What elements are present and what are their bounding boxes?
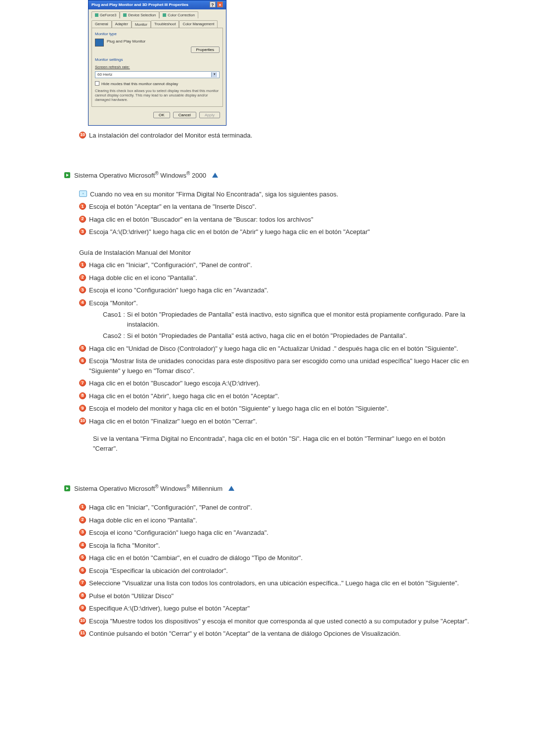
step-text: Continúe pulsando el botón "Cerrar" y el… (89, 629, 470, 639)
dialog-panel: Monitor type Plug and Play Monitor Prope… (91, 28, 223, 107)
os-2000-content: ◦ Cuando no vea en su monitor "Firma Dig… (79, 189, 470, 454)
step-number-badge: 11 (79, 630, 86, 637)
tab-troubleshoot[interactable]: Troubleshoot (151, 20, 179, 27)
step-row: 5Haga clic en "Unidad de Disco (Controla… (79, 344, 470, 354)
step-row: 1Escoja el botón "Aceptar" en la ventana… (79, 202, 470, 212)
step-number-badge: 3 (79, 228, 86, 235)
collapse-triangle-icon[interactable] (228, 486, 234, 491)
monitor-icon (95, 39, 104, 47)
play-bullet-icon (64, 172, 70, 178)
tab-color-correction[interactable]: Color Correction (159, 11, 198, 18)
step-text: Haga clic en "Iniciar", "Configuración",… (89, 503, 470, 513)
caso2-label: Caso2 : (103, 331, 125, 341)
monitor-settings-group-label: Monitor settings (95, 57, 220, 63)
tab-device-selection[interactable]: Device Selection (120, 11, 159, 18)
play-bullet-icon (64, 485, 70, 491)
os-me-content: 1Haga clic en "Iniciar", "Configuración"… (79, 503, 470, 639)
caso1-label: Caso1 : (103, 310, 125, 329)
step-number-badge: 1 (79, 504, 86, 511)
step-text: Escoja el icono "Configuración" luego ha… (89, 528, 470, 538)
ok-button[interactable]: OK (153, 112, 170, 118)
step-row: 3Escoja el icono "Configuración" luego h… (79, 528, 470, 538)
os-windows-me-section: Sistema Operativo Microsoft® Windows® Mi… (64, 483, 470, 638)
step-number-badge: 5 (79, 345, 86, 352)
step-number-badge: 8 (79, 592, 86, 599)
step-text: Escoja "Mostrar lista de unidades conoci… (89, 356, 470, 376)
step-text: Escoja "Muestre todos los dispositivos" … (89, 616, 470, 626)
hide-modes-description: Clearing this check box allows you to se… (95, 89, 220, 102)
step-row: 3Escoja "A:\(D:\driver)" luego haga clic… (79, 227, 470, 237)
step-text: Escoja "Monitor". (89, 298, 470, 308)
os-2000-header: Sistema Operativo Microsoft® Windows® 20… (64, 170, 470, 181)
step-number-badge: 4 (79, 542, 86, 549)
os2000-followup: Si ve la ventana "Firma Digital no Encon… (93, 434, 470, 453)
monitor-type-group-label: Monitor type (95, 31, 220, 37)
step-row: 2Haga clic en el botón "Buscador" en la … (79, 215, 470, 225)
note-icon: ◦ (79, 190, 87, 197)
step-text: Escoja "A:\(D:\driver)" luego haga clic … (89, 227, 470, 237)
step-number-badge: 10 (79, 418, 86, 425)
step-row: 2Haga doble clic en el icono "Pantalla". (79, 516, 470, 525)
digital-signature-note-row: ◦ Cuando no vea en su monitor "Firma Dig… (79, 189, 470, 199)
dialog-buttons: OK Cancel Apply (91, 107, 223, 121)
refresh-rate-select[interactable]: 60 Hertz ▾ (95, 71, 220, 78)
step-text: Escoja "Especificar la ubicación del con… (89, 566, 470, 576)
step-row: 2Haga doble clic en el icono "Pantalla". (79, 273, 470, 283)
step-row: 4Escoja "Monitor". (79, 298, 470, 308)
step-row: 10Escoja "Muestre todos los dispositivos… (79, 616, 470, 626)
tab-monitor[interactable]: Monitor (132, 21, 151, 28)
step-row: 9Especifique A:\(D:\driver), luego pulse… (79, 604, 470, 614)
tab-general[interactable]: General (91, 20, 112, 27)
os-me-title: Sistema Operativo Microsoft® Windows® Mi… (74, 483, 222, 494)
step-number-10: 10 (79, 132, 86, 139)
collapse-triangle-icon[interactable] (212, 173, 218, 178)
step-number-badge: 9 (79, 405, 86, 412)
step-row: 1Haga clic en "Iniciar", "Configuración"… (79, 503, 470, 513)
step-number-badge: 2 (79, 517, 86, 523)
cancel-button[interactable]: Cancel (173, 112, 196, 118)
dialog-tabs: GeForce3 Device Selection Color Correcti… (91, 11, 223, 28)
step-row: 5Haga clic en el botón "Cambiar", en el … (79, 553, 470, 563)
step-text: Haga clic en "Unidad de Disco (Controlad… (89, 344, 470, 354)
step-row: 4Escoja la ficha "Monitor". (79, 541, 470, 551)
step-text: Haga clic en "Iniciar", "Configuración",… (89, 260, 470, 270)
step-text: Pulse el botón "Utilizar Disco" (89, 591, 470, 601)
help-icon[interactable]: ? (210, 1, 216, 7)
step-row: 7Seleccione "Visualizar una lista con to… (79, 578, 470, 588)
tab-color-management[interactable]: Color Management (179, 20, 218, 27)
properties-dialog: Plug and Play Monitor and 3D Prophet III… (88, 0, 226, 126)
step-number-badge: 8 (79, 392, 86, 399)
step-text: Haga doble clic en el icono "Pantalla". (89, 516, 470, 525)
close-icon[interactable]: × (217, 1, 223, 7)
refresh-rate-label: Screen refresh rate: (95, 64, 220, 70)
step-text: Seleccione "Visualizar una lista con tod… (89, 578, 470, 588)
os-me-header: Sistema Operativo Microsoft® Windows® Mi… (64, 483, 470, 494)
dialog-title: Plug and Play Monitor and 3D Prophet III… (91, 2, 188, 8)
step-number-badge: 3 (79, 529, 86, 536)
step-row: 3Escoja el icono "Configuración" luego h… (79, 285, 470, 295)
step-10-text: La instalación del controlador del Monit… (89, 131, 470, 141)
step-text: Escoja el modelo del monitor y haga clic… (89, 404, 470, 414)
hide-modes-checkbox[interactable] (95, 81, 99, 86)
digital-signature-note: Cuando no vea en su monitor "Firma Digit… (90, 189, 470, 199)
step-text: Haga clic en el botón "Buscador" luego e… (89, 378, 470, 388)
step-10-row: 10 La instalación del controlador del Mo… (79, 131, 470, 141)
properties-button[interactable]: Properties (191, 47, 220, 53)
step-number-badge: 3 (79, 286, 86, 293)
step-number-badge: 4 (79, 299, 86, 306)
step-row: 8Pulse el botón "Utilizar Disco" (79, 591, 470, 601)
hide-modes-label: Hide modes that this monitor cannot disp… (101, 81, 178, 87)
step-text: Haga clic en el botón "Finalizar" luego … (89, 417, 470, 426)
step-text: Escoja la ficha "Monitor". (89, 541, 470, 551)
tab-adapter[interactable]: Adapter (112, 20, 132, 27)
step-text: Especifique A:\(D:\driver), luego pulse … (89, 604, 470, 614)
step-row: 6Escoja "Especificar la ubicación del co… (79, 566, 470, 576)
tab-geforce3[interactable]: GeForce3 (91, 11, 120, 18)
step-text: Haga clic en el botón "Cambiar", en el c… (89, 553, 470, 563)
step-number-badge: 7 (79, 379, 86, 386)
apply-button[interactable]: Apply (199, 112, 220, 118)
step-number-badge: 6 (79, 567, 86, 574)
step-number-badge: 9 (79, 605, 86, 612)
step-text: Haga clic en el botón "Abrir", luego hag… (89, 391, 470, 401)
chevron-down-icon: ▾ (211, 72, 217, 77)
